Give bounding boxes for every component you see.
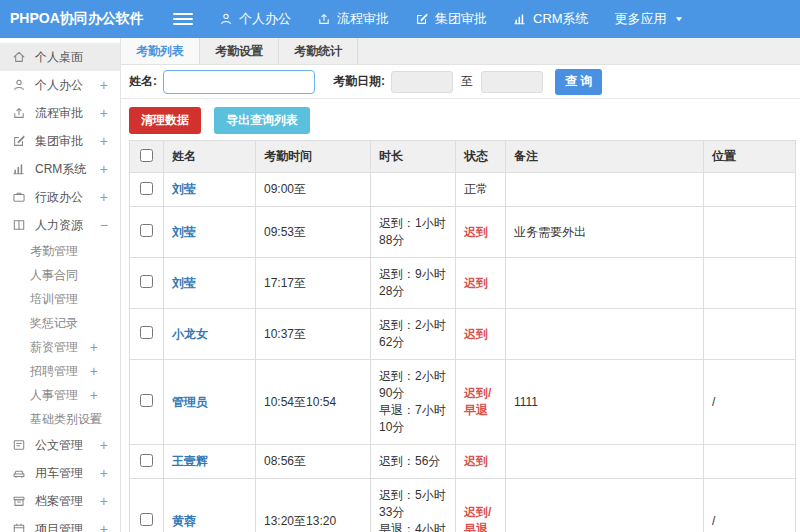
sidebar-item-1[interactable]: 个人桌面 — [0, 43, 120, 71]
sidebar-item-13[interactable]: 招聘管理+ — [0, 359, 120, 383]
note-text — [506, 445, 704, 479]
tab-attendance-list[interactable]: 考勤列表 — [121, 38, 200, 64]
sidebar-item-15[interactable]: 基础类别设置+ — [0, 407, 120, 431]
nav-item-4[interactable]: CRM系统 — [513, 10, 589, 28]
row-checkbox[interactable] — [140, 513, 153, 526]
nav-item-label: 流程审批 — [337, 10, 389, 28]
employee-name-link[interactable]: 黄蓉 — [172, 514, 196, 528]
car-icon — [12, 466, 27, 480]
expand-icon[interactable]: + — [100, 521, 108, 532]
status-text: 正常 — [456, 173, 506, 207]
archive-icon — [12, 494, 27, 508]
sidebar: 个人桌面个人办公+流程审批+集团审批+CRM系统+行政办公+人力资源−考勤管理人… — [0, 38, 121, 532]
chart-icon — [513, 12, 527, 26]
sidebar-item-17[interactable]: 用车管理+ — [0, 459, 120, 487]
location-text: / — [704, 479, 796, 532]
sidebar-item-11[interactable]: 奖惩记录 — [0, 311, 120, 335]
duration-early: 早退：7小时10分 — [379, 402, 447, 436]
sidebar-item-label: 人事管理 — [30, 387, 78, 404]
hamburger-menu-icon[interactable] — [173, 10, 193, 28]
sidebar-item-10[interactable]: 培训管理 — [0, 287, 120, 311]
note-text — [506, 479, 704, 532]
app-logo[interactable]: PHPOA协同办公软件 — [0, 10, 121, 28]
home-icon — [12, 50, 27, 64]
expand-icon[interactable]: + — [100, 77, 108, 93]
sidebar-item-label: 个人办公 — [35, 77, 83, 94]
expand-icon[interactable]: + — [100, 133, 108, 149]
employee-name-link[interactable]: 小龙女 — [172, 327, 208, 341]
filter-bar: 姓名: 考勤日期: 至 查 询 — [121, 65, 800, 99]
duration-late: 迟到：2小时62分 — [379, 317, 447, 351]
sidebar-item-18[interactable]: 档案管理+ — [0, 487, 120, 515]
user-icon — [12, 78, 27, 92]
employee-name-link[interactable]: 管理员 — [172, 395, 208, 409]
export-list-button[interactable]: 导出查询列表 — [214, 107, 310, 134]
employee-name-link[interactable]: 王壹辉 — [172, 454, 208, 468]
table-row: 黄蓉13:20至13:20迟到：5小时33分早退：4小时67分迟到/早退/ — [130, 479, 796, 532]
clean-data-button[interactable]: 清理数据 — [129, 107, 201, 134]
collapse-icon[interactable]: − — [100, 217, 108, 233]
sidebar-item-3[interactable]: 流程审批+ — [0, 99, 120, 127]
col-header-time: 考勤时间 — [256, 141, 371, 173]
sidebar-item-5[interactable]: CRM系统+ — [0, 155, 120, 183]
row-checkbox[interactable] — [140, 224, 153, 237]
expand-icon[interactable]: + — [90, 387, 98, 403]
sidebar-item-19[interactable]: 项目管理+ — [0, 515, 120, 532]
search-button[interactable]: 查 询 — [555, 69, 602, 95]
table-row: 刘莹17:17至迟到：9小时28分迟到 — [130, 258, 796, 309]
employee-name-link[interactable]: 刘莹 — [172, 182, 196, 196]
sidebar-item-12[interactable]: 薪资管理+ — [0, 335, 120, 359]
briefcase-icon — [12, 190, 27, 204]
row-checkbox[interactable] — [140, 394, 153, 407]
duration-cell: 迟到：1小时88分 — [371, 207, 456, 258]
expand-icon[interactable]: + — [100, 189, 108, 205]
sidebar-item-16[interactable]: 公文管理+ — [0, 431, 120, 459]
expand-icon[interactable]: + — [100, 161, 108, 177]
sidebar-item-2[interactable]: 个人办公+ — [0, 71, 120, 99]
sidebar-item-label: 公文管理 — [35, 437, 83, 454]
row-checkbox[interactable] — [140, 326, 153, 339]
sidebar-item-9[interactable]: 人事合同 — [0, 263, 120, 287]
date-from-input[interactable] — [391, 71, 453, 93]
expand-icon[interactable]: + — [90, 363, 98, 379]
row-checkbox[interactable] — [140, 182, 153, 195]
nav-item-2[interactable]: 流程审批 — [317, 10, 389, 28]
sidebar-item-label: 流程审批 — [35, 105, 83, 122]
nav-item-label: 个人办公 — [239, 10, 291, 28]
row-checkbox[interactable] — [140, 454, 153, 467]
tab-attendance-stats[interactable]: 考勤统计 — [279, 38, 358, 64]
date-to-input[interactable] — [481, 71, 543, 93]
expand-icon[interactable]: + — [100, 105, 108, 121]
sidebar-item-4[interactable]: 集团审批+ — [0, 127, 120, 155]
expand-icon[interactable]: + — [100, 493, 108, 509]
row-checkbox[interactable] — [140, 275, 153, 288]
attendance-table-body: 刘莹09:00至正常刘莹09:53至迟到：1小时88分迟到业务需要外出刘莹17:… — [130, 173, 796, 532]
table-row: 小龙女10:37至迟到：2小时62分迟到 — [130, 309, 796, 360]
expand-icon[interactable]: + — [100, 437, 108, 453]
book-icon — [12, 218, 27, 232]
sidebar-item-6[interactable]: 行政办公+ — [0, 183, 120, 211]
top-navbar: PHPOA协同办公软件 个人办公流程审批集团审批CRM系统更多应用 — [0, 0, 800, 38]
nav-item-label: 集团审批 — [435, 10, 487, 28]
expand-icon[interactable]: + — [90, 411, 98, 427]
sidebar-item-label: 培训管理 — [30, 291, 78, 308]
nav-item-1[interactable]: 个人办公 — [219, 10, 291, 28]
note-text: 1111 — [506, 360, 704, 445]
nav-item-5[interactable]: 更多应用 — [615, 10, 686, 28]
nav-item-3[interactable]: 集团审批 — [415, 10, 487, 28]
note-text — [506, 258, 704, 309]
table-row: 刘莹09:53至迟到：1小时88分迟到业务需要外出 — [130, 207, 796, 258]
sidebar-item-label: 人力资源 — [35, 217, 83, 234]
select-all-checkbox[interactable] — [140, 149, 153, 162]
main-layout: 个人桌面个人办公+流程审批+集团审批+CRM系统+行政办公+人力资源−考勤管理人… — [0, 38, 800, 532]
employee-name-link[interactable]: 刘莹 — [172, 225, 196, 239]
duration-late: 迟到：1小时88分 — [379, 215, 447, 249]
expand-icon[interactable]: + — [100, 465, 108, 481]
tab-attendance-settings[interactable]: 考勤设置 — [200, 38, 279, 64]
name-filter-input[interactable] — [163, 70, 315, 94]
employee-name-link[interactable]: 刘莹 — [172, 276, 196, 290]
expand-icon[interactable]: + — [90, 339, 98, 355]
sidebar-item-14[interactable]: 人事管理+ — [0, 383, 120, 407]
sidebar-item-7[interactable]: 人力资源− — [0, 211, 120, 239]
sidebar-item-8[interactable]: 考勤管理 — [0, 239, 120, 263]
